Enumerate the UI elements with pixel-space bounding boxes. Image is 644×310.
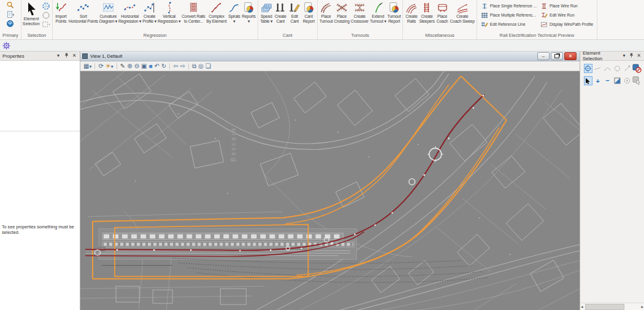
view-restore-button[interactable] [551, 52, 563, 60]
edit-cant-button[interactable]: EditCant [288, 1, 302, 24]
copy-view-icon[interactable]: ⧉ [192, 62, 196, 70]
explorer-button[interactable] [6, 1, 15, 10]
vertical-regression-button[interactable]: VerticalRegression ▾ [157, 1, 181, 24]
group-label-primary: Primary [1, 33, 20, 39]
fit-view-icon[interactable]: ■ [148, 62, 152, 70]
create-rails-button[interactable]: CreateRails [404, 1, 418, 24]
scrollbar-thumb[interactable] [585, 304, 624, 310]
pan-view-icon[interactable]: ↻ [161, 62, 166, 70]
zoom-in-icon[interactable]: ⊕ [127, 62, 132, 70]
complex-by-element-button[interactable]: ComplexBy Element [206, 1, 228, 24]
ribbon-group-selection: Element Selection Selection [21, 0, 53, 39]
properties-tree-area[interactable] [0, 61, 80, 131]
create-profile-button[interactable]: CreateProfile ▾ [142, 1, 157, 24]
create-crossover-button[interactable]: CreateCrossover [350, 1, 369, 24]
fence-circle-button[interactable] [42, 2, 50, 10]
place-coach-button[interactable]: PlaceCoach [435, 1, 450, 24]
dashed-arc-icon [604, 65, 611, 72]
block-fence-button[interactable] [42, 20, 50, 29]
element-selection-pin-icon[interactable] [629, 52, 634, 60]
select-all-mode-button[interactable] [623, 76, 631, 85]
speed-table-button[interactable]: SpeedTable ▾ [259, 1, 274, 24]
circle-fence-button[interactable] [42, 11, 50, 20]
dashed-line-icon [624, 65, 631, 72]
place-wire-run-button[interactable]: Place Wire Run [540, 2, 593, 10]
create-cant-icon [274, 1, 287, 14]
circle-crosshair-icon [585, 65, 591, 72]
properties-close-icon[interactable]: ✕ [71, 53, 77, 59]
properties-menu-chevron-icon[interactable]: ▾ [55, 53, 61, 59]
scroll-right-arrow-icon[interactable]: ▸ [641, 304, 643, 309]
view-title-bar[interactable]: View 1, Default – ✕ [80, 52, 580, 61]
element-selection-close-icon[interactable]: ✕ [636, 53, 642, 59]
clip-mask-icon[interactable]: ❏ [205, 62, 211, 70]
place-multiple-reference-button[interactable]: Place Multiple Referenc... [481, 11, 537, 19]
create-sleepers-button[interactable]: CreateSleepers [418, 1, 435, 24]
map-viewport[interactable]: Bascara [80, 71, 580, 310]
convert-rails-to-center-button[interactable]: Convert Railsto Center... [181, 1, 205, 24]
view-close-button[interactable]: ✕ [564, 52, 577, 60]
spirals-button[interactable]: Spirals▾ [227, 1, 241, 24]
mode-line-button[interactable] [594, 64, 602, 73]
edit-reference-line-button[interactable]: Edit Reference Line [481, 20, 537, 28]
properties-pin-icon[interactable] [63, 52, 69, 60]
sort-horizontal-points-button[interactable]: SortHorizontal Points [68, 1, 99, 24]
quick-access-strip [0, 40, 644, 52]
properties-panel: Properties ▾ ✕ To see properties somethi… [0, 52, 80, 310]
view-minimize-button[interactable]: – [537, 52, 550, 60]
window-area-icon[interactable]: ▣ [141, 62, 147, 70]
ribbon-group-miscellaneous: CreateRails CreateSleepers PlaceCoach Cr… [403, 0, 477, 39]
scroll-left-arrow-icon[interactable]: ◂ [581, 304, 583, 309]
curvature-diagram-button[interactable]: CurvatureDiagram ▾ [99, 1, 118, 24]
dashed-circle-icon [614, 65, 621, 72]
clear-selection-button[interactable] [632, 64, 642, 73]
mode-individual-button[interactable] [584, 64, 592, 73]
view-display-menu[interactable]: ▦▾ [83, 62, 91, 71]
edit-wire-run-button[interactable]: Edit Wire Run [540, 11, 593, 19]
update-view-icon[interactable]: ✎ [120, 62, 125, 70]
import-points-button[interactable]: ImportPoints [54, 1, 68, 24]
speed-table-icon [260, 1, 273, 14]
clear-selection-icon [632, 64, 642, 73]
convert-rails-icon [187, 1, 200, 14]
new-file-button[interactable] [6, 10, 15, 19]
turnout-report-icon [388, 1, 401, 14]
rotate-view-icon[interactable]: ↶ [155, 62, 159, 70]
remove-from-selection-button[interactable]: − [604, 76, 612, 85]
create-coach-sweep-button[interactable]: CreateCoach Sweep [450, 1, 475, 24]
extend-turnout-button[interactable]: ExtendTurnout ▾ [369, 1, 387, 24]
select-none-button[interactable] [632, 76, 642, 85]
zoom-out-icon[interactable]: ⊖ [134, 62, 139, 70]
reports-button[interactable]: Reports▾ [241, 1, 256, 24]
clip-volume-icon[interactable]: ◎ [198, 62, 204, 70]
place-turnout-button[interactable]: PlaceTurnout [319, 1, 334, 24]
add-to-selection-button[interactable]: + [594, 76, 602, 85]
mode-polygon-button[interactable] [623, 64, 631, 73]
element-selection-button[interactable]: Element Selection [23, 1, 40, 26]
view-next-icon[interactable]: ⇨ [180, 62, 185, 70]
element-selection-hscrollbar[interactable]: ◂ ▸ [580, 303, 644, 310]
sort-points-icon [77, 1, 90, 14]
properties-panel-header: Properties ▾ ✕ [0, 52, 80, 61]
place-single-reference-button[interactable]: Place Single Reference ... [481, 2, 537, 10]
invert-selection-button[interactable] [613, 76, 621, 85]
view-brightness-icon[interactable]: ☀▾ [105, 62, 113, 71]
pointer-mode-button[interactable] [584, 76, 592, 85]
create-rails-icon [405, 1, 418, 14]
turnout-report-button[interactable]: TurnoutReport [387, 1, 402, 24]
element-selection-menu-chevron-icon[interactable]: ▾ [621, 53, 627, 59]
horizontal-regression-button[interactable]: HorizontalRegression ▾ [118, 1, 142, 24]
display-wirepath-profile-button[interactable]: Display WirePath Profile [540, 20, 593, 28]
main-area: Properties ▾ ✕ To see properties somethi… [0, 52, 644, 310]
place-crossing-button[interactable]: PlaceCrossing [334, 1, 350, 24]
cant-report-button[interactable]: CantReport [302, 1, 316, 24]
map-canvas[interactable]: Bascara [80, 71, 580, 310]
view-previous-icon[interactable]: ⇦ [173, 62, 178, 70]
mode-arc-button[interactable] [604, 64, 612, 73]
place-wire-run-icon [540, 2, 548, 10]
models-button[interactable] [6, 19, 15, 28]
create-cant-button[interactable]: CreateCant [274, 1, 288, 24]
view-attributes-icon[interactable]: ⟳ [98, 62, 103, 70]
mode-ellipse-button[interactable] [613, 64, 621, 73]
settings-gear-icon[interactable] [2, 42, 10, 50]
